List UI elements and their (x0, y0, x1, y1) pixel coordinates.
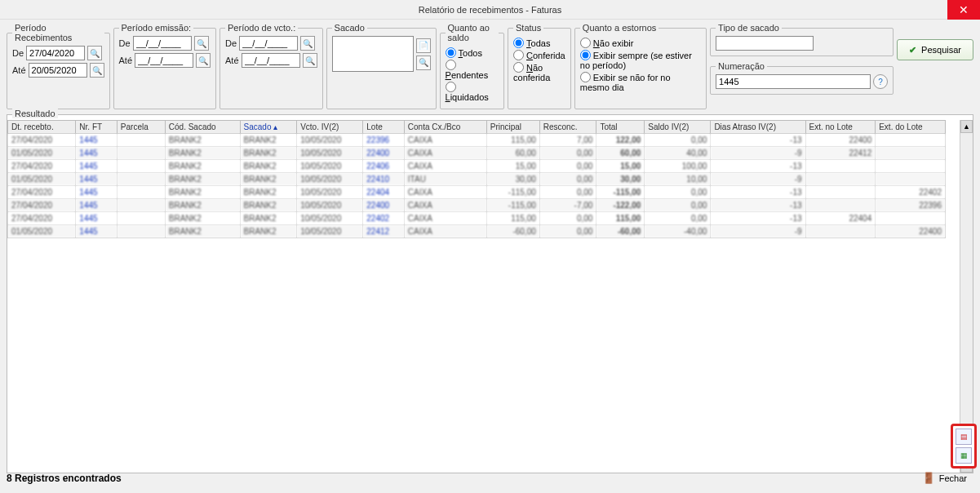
lookup-icon[interactable]: 🔍 (300, 36, 315, 51)
fieldset-periodo-vcto: Período de vcto.: De 🔍 Até 🔍 (220, 23, 323, 109)
pesquisar-button[interactable]: ✔ Pesquisar (897, 39, 973, 60)
vertical-scrollbar[interactable]: ▲ ▼ (960, 120, 973, 473)
input-receb-de[interactable] (26, 46, 85, 60)
col-header[interactable]: Parcela (117, 121, 165, 134)
input-sacado[interactable] (332, 36, 414, 72)
fieldset-tipo-sacado: Tipo de sacado (710, 23, 894, 56)
sacado-add-icon[interactable]: 📄 (416, 38, 431, 53)
input-numeracao[interactable] (716, 74, 871, 89)
table-row[interactable]: 27/04/20201445BRANK2BRANK210/05/20202240… (8, 186, 946, 199)
export-pdf-button[interactable]: ▤ (956, 429, 972, 445)
radio-status-todas[interactable]: Todas (513, 38, 565, 48)
col-header[interactable]: Dt. recebto. (8, 121, 76, 134)
input-emissao-de[interactable] (133, 36, 192, 51)
col-header[interactable]: Ext. no Lote (805, 121, 876, 134)
col-header[interactable]: Principal (486, 121, 539, 134)
radio-saldo-liquidados[interactable]: Liquidados (446, 82, 499, 102)
lookup-icon[interactable]: 🔍 (303, 53, 317, 68)
result-grid[interactable]: Dt. recebto.Nr. FTParcelaCód. SacadoSaca… (7, 120, 946, 238)
table-row[interactable]: 01/05/20201445BRANK2BRANK210/05/20202241… (8, 173, 946, 186)
lookup-icon[interactable]: 🔍 (90, 63, 104, 78)
col-header[interactable]: Sacado ▴ (240, 121, 297, 134)
legend-periodo-vcto: Período de vcto.: (225, 23, 298, 33)
input-tipo-sacado[interactable] (716, 36, 814, 51)
fechar-button[interactable]: 🚪 Fechar (916, 469, 973, 486)
table-row[interactable]: 01/05/20201445BRANK2BRANK210/05/20202240… (8, 147, 946, 160)
col-header[interactable]: Dias Atraso IV(2) (711, 121, 805, 134)
door-icon: 🚪 (922, 472, 935, 484)
lookup-icon[interactable]: 🔍 (196, 53, 211, 68)
scroll-up-icon[interactable]: ▲ (960, 120, 973, 133)
fieldset-periodo-emissao: Período emissão: De 🔍 Até 🔍 (113, 23, 217, 109)
label-de: De (12, 48, 24, 58)
col-header[interactable]: Resconc. (539, 121, 596, 134)
col-header[interactable]: Vcto. IV(2) (297, 121, 363, 134)
table-row[interactable]: 27/04/20201445BRANK2BRANK210/05/20202240… (8, 199, 946, 212)
col-header[interactable]: Cód. Sacado (165, 121, 240, 134)
check-icon: ✔ (909, 45, 916, 56)
legend-periodo-emissao: Período emissão: (119, 23, 194, 33)
label-ate: Até (12, 65, 26, 75)
input-vcto-de[interactable] (239, 36, 298, 51)
result-legend: Resultado (12, 109, 58, 118)
input-emissao-ate[interactable] (135, 53, 193, 68)
record-count: 8 Registros encontrados (7, 473, 122, 484)
radio-estorno-exibir-sempre[interactable]: Exibir sempre (se estiver no período) (580, 50, 701, 70)
legend-sacado: Sacado (332, 23, 367, 33)
fieldset-status: Status Todas Conferida Não conferida (508, 23, 571, 109)
fieldset-sacado: Sacado 📄 🔍 (326, 23, 437, 109)
input-vcto-ate[interactable] (242, 53, 300, 68)
fieldset-numeracao: Numeração ? (710, 61, 894, 95)
export-excel-button[interactable]: ▦ (956, 447, 972, 464)
table-row[interactable]: 27/04/20201445BRANK2BRANK210/05/20202239… (8, 134, 946, 147)
sacado-lookup-icon[interactable]: 🔍 (416, 56, 431, 70)
legend-periodo-receb: Período Recebimentos (12, 23, 104, 42)
input-receb-ate[interactable] (29, 63, 87, 78)
col-header[interactable]: Lote (363, 121, 405, 134)
col-header[interactable]: Total (596, 121, 645, 134)
export-callout: ▤ ▦ (951, 424, 977, 469)
col-header[interactable]: Nr. FT (76, 121, 118, 134)
fieldset-saldo: Quanto ao saldo Todos Pendentes Liquidad… (440, 23, 504, 109)
fieldset-estornos: Quanto a estornos Não exibir Exibir semp… (574, 23, 707, 109)
table-row[interactable]: 27/04/20201445BRANK2BRANK210/05/20202240… (8, 212, 946, 225)
window-close-button[interactable]: ✕ (947, 0, 980, 20)
col-header[interactable]: Ext. do Lote (876, 121, 946, 134)
radio-saldo-pendentes[interactable]: Pendentes (446, 60, 499, 80)
table-row[interactable]: 01/05/20201445BRANK2BRANK210/05/20202241… (8, 225, 946, 238)
table-row[interactable]: 27/04/20201445BRANK2BRANK210/05/20202240… (8, 160, 946, 173)
radio-estorno-exibir-se-nao[interactable]: Exibir se não for no mesmo dia (580, 72, 701, 92)
window-title: Relatório de recebimentos - Faturas (419, 0, 561, 20)
radio-saldo-todos[interactable]: Todos (446, 47, 499, 58)
col-header[interactable]: Conta Cx./Bco (404, 121, 486, 134)
lookup-icon[interactable]: 🔍 (194, 36, 209, 51)
col-header[interactable]: Saldo IV(2) (645, 121, 711, 134)
fieldset-periodo-recebimentos: Período Recebimentos De 🔍 Até 🔍 (7, 23, 110, 109)
radio-estorno-nao-exibir[interactable]: Não exibir (580, 38, 701, 48)
radio-status-nao-conferida[interactable]: Não conferida (513, 62, 565, 82)
help-icon[interactable]: ? (873, 74, 888, 89)
lookup-icon[interactable]: 🔍 (87, 46, 102, 60)
radio-status-conferida[interactable]: Conferida (513, 50, 565, 60)
